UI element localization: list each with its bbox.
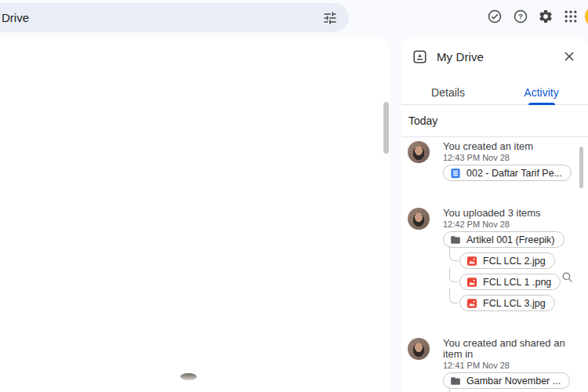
activity-action-text: You uploaded 3 items	[443, 208, 564, 219]
close-icon[interactable]	[561, 49, 577, 64]
file-chip[interactable]: Gambar November ...	[443, 372, 570, 389]
section-title: Today	[408, 114, 437, 127]
activity-file-chips: Gambar November ...Artikel 001 (Fr...	[443, 372, 585, 392]
tab-details[interactable]: Details	[401, 80, 495, 104]
panel-tabs: Details Activity	[401, 80, 588, 105]
activity-file-chips: Artikel 001 (Freepik)FCL LCL 2.jpgFCL LC…	[443, 231, 564, 311]
file-chip-row: FCL LCL 1 .png	[459, 274, 564, 290]
file-chip[interactable]: 002 - Daftar Tarif Pe...	[443, 165, 572, 181]
panel-header: My Drive	[413, 48, 577, 65]
help-glyph: ?	[513, 9, 528, 24]
file-chip-label: FCL LCL 1 .png	[483, 277, 551, 288]
file-chip[interactable]: FCL LCL 2.jpg	[459, 252, 555, 269]
activity-item: You created an item12:43 PM Nov 28002 - …	[408, 141, 585, 186]
activity-timestamp: 12:43 PM Nov 28	[443, 153, 572, 162]
search-bar[interactable]: Drive	[0, 3, 349, 32]
my-drive-icon	[413, 50, 426, 64]
active-tab-underline	[528, 103, 555, 105]
activity-item: You uploaded 3 items12:42 PM Nov 28Artik…	[408, 208, 585, 316]
main-scrollbar[interactable]	[383, 102, 389, 154]
tab-details-label: Details	[431, 86, 465, 99]
search-input[interactable]: Drive	[2, 11, 29, 24]
user-avatar	[408, 338, 430, 360]
file-chip-label: Gambar November ...	[466, 376, 561, 387]
folder-icon	[450, 234, 461, 245]
activity-action-text: You created an item	[443, 141, 572, 152]
image-file-icon	[466, 298, 477, 309]
google-drive-screen: Drive ?	[0, 0, 588, 392]
close-glyph	[563, 50, 575, 63]
file-chip-label: 002 - Daftar Tarif Pe...	[466, 168, 562, 179]
apps-grid-glyph	[563, 9, 579, 24]
tune-glyph	[322, 10, 338, 26]
image-file-icon	[466, 256, 477, 267]
file-chip[interactable]: FCL LCL 1 .png	[459, 274, 561, 290]
activity-body: You created and shared an item in12:41 P…	[443, 338, 585, 392]
tab-activity-label: Activity	[524, 86, 558, 99]
main-content	[0, 37, 390, 392]
details-panel: My Drive Details Activity Today You crea…	[401, 37, 588, 392]
image-file-icon	[466, 277, 477, 288]
help-icon[interactable]: ?	[511, 7, 530, 26]
folder-icon	[450, 376, 461, 387]
check-circle-glyph	[487, 9, 503, 24]
file-chip-row: Gambar November ...	[443, 372, 585, 389]
file-chip-row: FCL LCL 2.jpg	[459, 252, 564, 269]
activity-list: You created an item12:43 PM Nov 28002 - …	[408, 141, 585, 392]
activity-item: You created and shared an item in12:41 P…	[408, 338, 585, 392]
tab-activity[interactable]: Activity	[495, 80, 588, 104]
activity-body: You uploaded 3 items12:42 PM Nov 28Artik…	[443, 208, 564, 316]
file-chip-label: FCL LCL 3.jpg	[483, 298, 546, 309]
settings-icon[interactable]	[536, 7, 555, 26]
profile-avatar[interactable]	[585, 5, 588, 27]
user-avatar	[408, 208, 430, 230]
file-chip-row: 002 - Daftar Tarif Pe...	[443, 165, 572, 181]
magnifier-icon[interactable]	[561, 271, 574, 284]
panel-scrollbar[interactable]	[579, 147, 583, 188]
apps-grid-icon[interactable]	[561, 7, 580, 26]
gear-glyph	[538, 9, 554, 24]
activity-file-chips: 002 - Daftar Tarif Pe...	[443, 165, 572, 181]
activity-body: You created an item12:43 PM Nov 28002 - …	[443, 141, 572, 186]
magnifier-glyph	[561, 271, 574, 284]
svg-text:?: ?	[518, 13, 523, 20]
file-chip-row: FCL LCL 3.jpg	[459, 295, 564, 311]
activity-timestamp: 12:42 PM Nov 28	[443, 220, 564, 229]
file-chip[interactable]: FCL LCL 3.jpg	[459, 295, 555, 311]
offline-ready-icon[interactable]	[485, 7, 504, 26]
partial-thumbnail	[180, 373, 197, 380]
google-doc-icon	[450, 168, 461, 179]
file-chip-label: Artikel 001 (Freepik)	[466, 234, 555, 245]
activity-action-text: You created and shared an item in	[443, 338, 585, 360]
divider	[401, 136, 588, 137]
tune-filters-icon[interactable]	[320, 8, 340, 28]
user-avatar	[408, 141, 430, 163]
file-chip-row: Artikel 001 (Freepik)	[443, 231, 564, 248]
file-chip[interactable]: Artikel 001 (Freepik)	[443, 231, 564, 248]
panel-title: My Drive	[437, 50, 484, 64]
activity-timestamp: 12:41 PM Nov 28	[443, 361, 585, 370]
file-chip-label: FCL LCL 2.jpg	[483, 256, 546, 267]
